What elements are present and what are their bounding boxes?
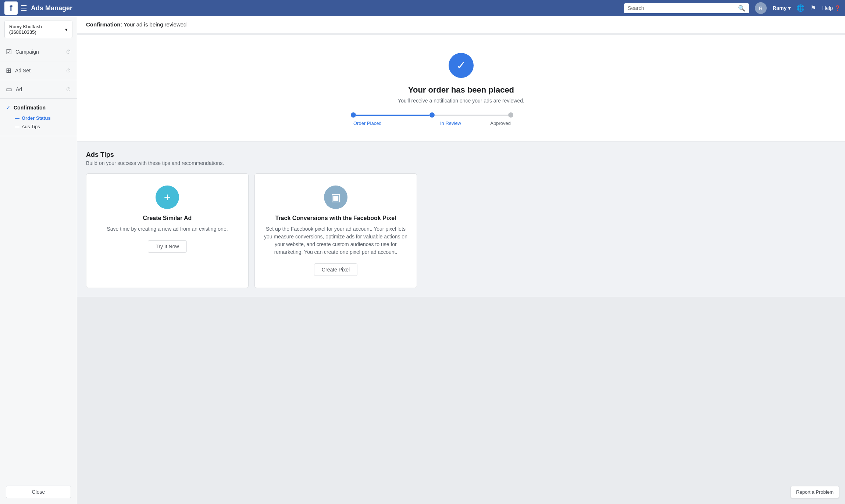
line-order-to-review [356, 115, 429, 116]
adset-label: Ad Set [15, 68, 31, 73]
help-button[interactable]: Help ❓ [822, 5, 841, 11]
confirmation-check-icon: ✓ [6, 104, 11, 111]
ads-tips-title: Ads Tips [86, 151, 836, 159]
check-icon: ✓ [456, 58, 466, 72]
step-dot-in-review [429, 112, 435, 118]
step-dot-order-placed [351, 112, 356, 118]
ads-tips-line: — [15, 124, 19, 129]
create-similar-icon: + [156, 186, 179, 209]
plus-icon: + [164, 191, 171, 204]
order-status-line: — [15, 115, 19, 121]
breadcrumb-text: Your ad is being reviewed [124, 21, 186, 28]
search-icon: 🔍 [738, 5, 745, 12]
hamburger-icon[interactable]: ☰ [21, 4, 27, 12]
campaign-clock-icon: ⏱ [66, 49, 71, 55]
chevron-down-icon: ▾ [788, 5, 791, 11]
ads-tips-subtitle: Build on your success with these tips an… [86, 160, 836, 166]
nav-right: R Ramy ▾ 🌐 ⚑ Help ❓ [755, 2, 841, 14]
campaign-icon: ☑ [6, 48, 12, 56]
create-pixel-button[interactable]: Create Pixel [314, 263, 357, 276]
main-content: Confirmation: Your ad is being reviewed … [77, 16, 845, 504]
account-selector[interactable]: Ramy Khuffash (368010335) ▾ [4, 21, 72, 38]
close-button[interactable]: Close [6, 486, 71, 498]
step-dot-approved [508, 112, 513, 118]
report-problem-button[interactable]: Report a Problem [791, 486, 839, 498]
confirmation-section: ✓ Confirmation — Order Status — Ads Tips [0, 99, 77, 136]
order-subtitle: You'll receive a notification once your … [89, 98, 833, 104]
step-label-order-placed: Order Placed [353, 120, 382, 126]
sidebar-nav: ☑ Campaign ⏱ ⊞ Ad Set ⏱ ▭ Ad ⏱ [0, 43, 77, 480]
step-label-approved: Approved [490, 120, 511, 126]
content-area: ✓ Your order has been placed You'll rece… [77, 35, 845, 297]
app-title: Ads Manager [31, 4, 72, 12]
dropdown-icon: ▾ [65, 27, 68, 32]
order-status-label: Order Status [22, 115, 51, 121]
sidebar-item-adset[interactable]: ⊞ Ad Set ⏱ [0, 61, 77, 80]
line-review-to-approved [435, 115, 508, 116]
sidebar-item-ad[interactable]: ▭ Ad ⏱ [0, 80, 77, 99]
sidebar-item-order-status[interactable]: — Order Status [15, 114, 71, 122]
search-bar: 🔍 [624, 3, 749, 13]
ads-tips-section: Ads Tips Build on your success with thes… [77, 142, 845, 297]
progress-tracker: Order Placed In Review Approved [351, 112, 571, 126]
question-icon: ❓ [834, 5, 841, 11]
ad-icon: ▭ [6, 85, 12, 93]
tip-title-track-conversions: Track Conversions with the Facebook Pixe… [275, 215, 396, 222]
tip-desc-track-conversions: Set up the Facebook pixel for your ad ac… [264, 225, 408, 256]
search-input[interactable] [628, 5, 738, 11]
track-conversions-icon: ▣ [324, 186, 347, 209]
fb-logo: f [4, 1, 18, 15]
tip-title-create-similar: Create Similar Ad [143, 215, 192, 222]
flag-icon[interactable]: ⚑ [810, 4, 816, 12]
campaign-label: Campaign [15, 49, 39, 55]
breadcrumb-prefix: Confirmation: [86, 21, 122, 28]
user-menu[interactable]: Ramy ▾ [773, 5, 791, 11]
adset-clock-icon: ⏱ [66, 68, 71, 73]
ads-tips-label: Ads Tips [22, 124, 40, 129]
try-it-now-button[interactable]: Try It Now [148, 240, 186, 253]
step-label-in-review: In Review [440, 120, 461, 126]
step-order-placed: Order Placed In Review Approved [351, 112, 513, 126]
sidebar-item-ads-tips[interactable]: — Ads Tips [15, 122, 71, 131]
sidebar: Ramy Khuffash (368010335) ▾ ☑ Campaign ⏱… [0, 16, 77, 504]
order-title: Your order has been placed [89, 85, 833, 95]
pixel-icon: ▣ [331, 191, 341, 204]
order-status-panel: ✓ Your order has been placed You'll rece… [77, 35, 845, 141]
tips-grid: + Create Similar Ad Save time by creatin… [86, 173, 417, 288]
ad-label: Ad [16, 86, 22, 92]
avatar: R [755, 2, 767, 14]
tip-desc-create-similar: Save time by creating a new ad from an e… [107, 225, 228, 233]
tip-card-track-conversions: ▣ Track Conversions with the Facebook Pi… [254, 173, 417, 288]
user-name: Ramy [773, 5, 787, 11]
sidebar-item-campaign[interactable]: ☑ Campaign ⏱ [0, 43, 77, 61]
account-name: Ramy Khuffash (368010335) [9, 24, 65, 35]
ad-clock-icon: ⏱ [66, 86, 71, 92]
globe-icon[interactable]: 🌐 [796, 4, 805, 12]
breadcrumb: Confirmation: Your ad is being reviewed [77, 16, 845, 33]
tip-card-create-similar: + Create Similar Ad Save time by creatin… [86, 173, 249, 288]
adset-icon: ⊞ [6, 66, 11, 75]
layout: Ramy Khuffash (368010335) ▾ ☑ Campaign ⏱… [0, 16, 845, 504]
help-label: Help [822, 5, 833, 11]
top-nav: f ☰ Ads Manager 🔍 R Ramy ▾ 🌐 ⚑ Help ❓ [0, 0, 845, 16]
success-circle: ✓ [449, 53, 474, 78]
confirmation-label: Confirmation [14, 105, 46, 111]
